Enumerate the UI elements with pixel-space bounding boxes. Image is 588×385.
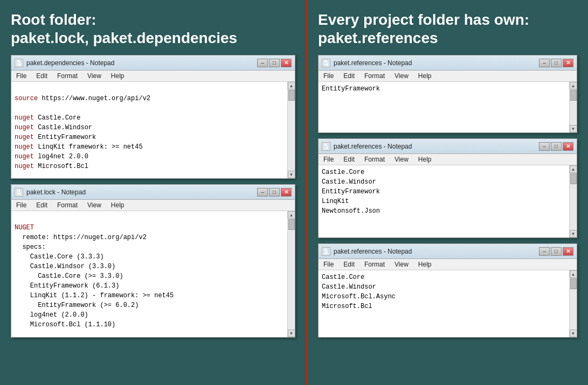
ref1-menu-format[interactable]: Format (363, 72, 386, 80)
ref1-menu-view[interactable]: View (393, 72, 410, 80)
menu-edit[interactable]: Edit (34, 72, 49, 80)
lock-window: 📄 paket.lock - Notepad – □ ✕ File Edit F… (11, 184, 295, 338)
ref3-menu-view[interactable]: View (393, 260, 410, 269)
ref1-menu-file[interactable]: File (322, 72, 335, 80)
ref3-menu-file[interactable]: File (322, 260, 335, 269)
ref2-minimize[interactable]: – (539, 142, 550, 151)
left-panel: Root folder: paket.lock, paket.dependenc… (0, 0, 307, 385)
ref1-close[interactable]: ✕ (563, 59, 573, 67)
ref3-minimize[interactable]: – (539, 247, 550, 256)
menu-file[interactable]: File (15, 72, 28, 80)
ref1-maximize[interactable]: □ (551, 59, 562, 67)
lock-menu-view[interactable]: View (86, 201, 103, 209)
ref3-menu-help[interactable]: Help (417, 260, 433, 269)
ref1-window: 📄 paket.references - Notepad – □ ✕ File … (318, 55, 577, 133)
notepad-icon-ref1: 📄 (322, 59, 330, 67)
lock-menu-format[interactable]: Format (56, 201, 79, 209)
ref2-titlebar: 📄 paket.references - Notepad – □ ✕ (319, 139, 577, 154)
lock-maximize-button[interactable]: □ (269, 188, 280, 197)
maximize-button[interactable]: □ (269, 59, 280, 67)
ref3-scroll-track[interactable] (570, 278, 577, 330)
ref2-scroll-track[interactable] (570, 173, 577, 230)
ref1-scroll-down[interactable]: ▼ (570, 125, 577, 132)
ref1-menu-edit[interactable]: Edit (342, 72, 356, 80)
ref1-scroll-track[interactable] (570, 89, 577, 125)
ref3-close[interactable]: ✕ (563, 247, 573, 256)
lock-window-controls: – □ ✕ (257, 188, 292, 197)
lock-titlebar: 📄 paket.lock - Notepad – □ ✕ (11, 185, 295, 200)
ref2-content-area: Castle.Core Castle.Windsor EntityFramewo… (319, 165, 577, 237)
menu-help[interactable]: Help (109, 72, 126, 80)
ref3-menubar: File Edit Format View Help (319, 259, 577, 270)
lock-menu-file[interactable]: File (15, 201, 28, 209)
notepad-icon-ref2: 📄 (322, 142, 330, 151)
lock-scroll-up[interactable]: ▲ (288, 211, 295, 219)
ref1-menu-help[interactable]: Help (417, 72, 433, 80)
left-title: Root folder: paket.lock, paket.dependenc… (11, 11, 295, 47)
dependencies-menubar: File Edit Format View Help (11, 71, 295, 82)
scroll-track[interactable] (288, 89, 295, 171)
ref1-scroll-up[interactable]: ▲ (570, 82, 577, 89)
minimize-button[interactable]: – (257, 59, 268, 67)
ref3-text[interactable]: Castle.Core Castle.Windsor Microsoft.Bcl… (319, 270, 569, 337)
lock-text[interactable]: NUGET remote: https://nuget.org/api/v2 s… (11, 211, 287, 337)
window-controls: – □ ✕ (257, 59, 292, 67)
ref2-scroll-up[interactable]: ▲ (570, 165, 577, 173)
ref3-scroll-down[interactable]: ▼ (570, 330, 577, 337)
ref3-menu-format[interactable]: Format (363, 260, 386, 269)
dependencies-scrollbar[interactable]: ▲ ▼ (287, 82, 295, 178)
notepad-icon-ref3: 📄 (322, 247, 330, 256)
dependencies-text[interactable]: source https://www.nuget.org/api/v2 nuge… (11, 82, 287, 178)
ref2-menu-edit[interactable]: Edit (342, 155, 356, 164)
lock-scroll-track[interactable] (288, 219, 295, 330)
menu-format[interactable]: Format (56, 72, 79, 80)
ref3-title: paket.references - Notepad (334, 248, 539, 255)
lock-minimize-button[interactable]: – (257, 188, 268, 197)
ref1-controls: – □ ✕ (539, 59, 573, 67)
ref2-menu-format[interactable]: Format (363, 155, 386, 164)
ref1-minimize[interactable]: – (539, 59, 550, 67)
ref1-menubar: File Edit Format View Help (319, 71, 577, 82)
ref1-text[interactable]: EntityFramework (319, 82, 569, 132)
ref3-menu-edit[interactable]: Edit (342, 260, 356, 269)
close-button[interactable]: ✕ (281, 59, 292, 67)
menu-view[interactable]: View (86, 72, 103, 80)
lock-content-area: NUGET remote: https://nuget.org/api/v2 s… (11, 211, 295, 337)
lock-scrollbar[interactable]: ▲ ▼ (287, 211, 295, 337)
ref1-titlebar: 📄 paket.references - Notepad – □ ✕ (319, 55, 577, 71)
dependencies-window: 📄 paket.dependencies - Notepad – □ ✕ Fil… (11, 55, 295, 179)
ref3-content-area: Castle.Core Castle.Windsor Microsoft.Bcl… (319, 270, 577, 337)
notepad-icon: 📄 (15, 59, 23, 67)
ref2-menu-help[interactable]: Help (417, 155, 433, 164)
lock-menu-help[interactable]: Help (109, 201, 126, 209)
ref1-title: paket.references - Notepad (334, 59, 539, 67)
ref3-window: 📄 paket.references - Notepad – □ ✕ File … (318, 243, 577, 338)
ref2-menu-view[interactable]: View (393, 155, 410, 164)
ref2-close[interactable]: ✕ (563, 142, 573, 151)
right-title-line1: Every project folder has own: (318, 11, 529, 28)
ref3-maximize[interactable]: □ (551, 247, 562, 256)
ref2-text[interactable]: Castle.Core Castle.Windsor EntityFramewo… (319, 165, 569, 237)
ref3-scrollbar[interactable]: ▲ ▼ (569, 270, 577, 337)
dependencies-title: paket.dependencies - Notepad (26, 59, 257, 67)
ref2-controls: – □ ✕ (539, 142, 573, 151)
ref2-window: 📄 paket.references - Notepad – □ ✕ File … (318, 138, 577, 238)
ref1-content-area: EntityFramework ▲ ▼ (319, 82, 577, 132)
left-title-line2: paket.lock, paket.dependencies (11, 30, 237, 46)
ref2-scroll-down[interactable]: ▼ (570, 230, 577, 237)
lock-scroll-down[interactable]: ▼ (288, 330, 295, 337)
lock-title: paket.lock - Notepad (26, 188, 257, 196)
ref2-menubar: File Edit Format View Help (319, 154, 577, 165)
scroll-down[interactable]: ▼ (288, 171, 295, 178)
lock-close-button[interactable]: ✕ (281, 188, 292, 197)
right-title-line2: paket.references (318, 30, 438, 46)
ref2-scrollbar[interactable]: ▲ ▼ (569, 165, 577, 237)
ref1-scrollbar[interactable]: ▲ ▼ (569, 82, 577, 132)
scroll-up[interactable]: ▲ (288, 82, 295, 89)
ref3-scroll-up[interactable]: ▲ (570, 270, 577, 278)
ref2-maximize[interactable]: □ (551, 142, 562, 151)
dependencies-titlebar: 📄 paket.dependencies - Notepad – □ ✕ (11, 55, 295, 71)
right-panel: Every project folder has own: paket.refe… (307, 0, 588, 385)
ref2-menu-file[interactable]: File (322, 155, 335, 164)
lock-menu-edit[interactable]: Edit (34, 201, 49, 209)
